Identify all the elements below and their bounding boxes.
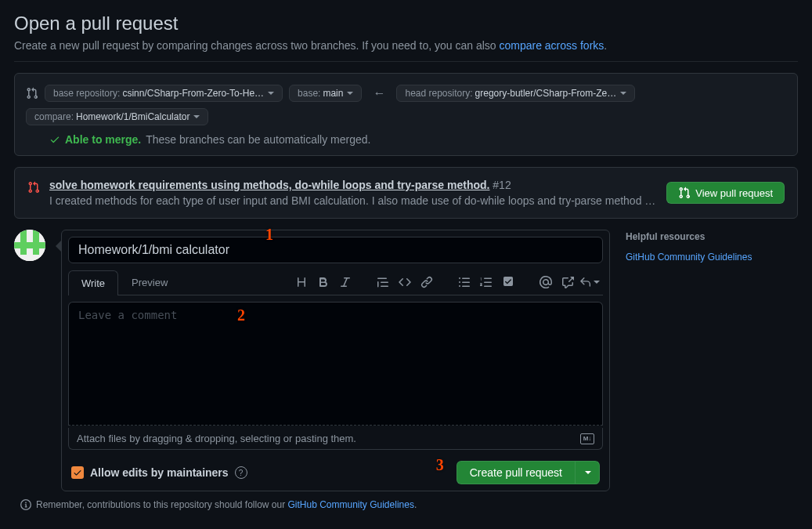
existing-pr-number: #12 [493, 179, 511, 191]
chevron-down-icon [585, 471, 591, 474]
chevron-down-icon [347, 92, 353, 95]
attach-hint[interactable]: Attach files by dragging & dropping, sel… [68, 428, 603, 450]
bold-icon[interactable] [313, 272, 334, 292]
divider [14, 61, 798, 62]
chevron-down-icon [620, 92, 626, 95]
compare-branch-selector[interactable]: compare: Homework/1/BmiCalculator [26, 108, 208, 125]
markdown-icon[interactable]: M↓ [580, 433, 594, 444]
head-repo-selector[interactable]: head repository: gregory-butler/CSharp-F… [396, 85, 635, 102]
check-icon [49, 134, 60, 145]
view-pull-request-button[interactable]: View pull request [666, 182, 785, 204]
existing-pr-description: I created methods for each type of user … [49, 194, 657, 207]
code-icon[interactable] [395, 272, 415, 292]
base-repo-selector[interactable]: base repository: csinn/CSharp-From-Zero-… [45, 85, 283, 102]
annotation-3: 3 [436, 456, 444, 474]
italic-icon[interactable] [335, 272, 355, 292]
avatar[interactable] [14, 230, 45, 261]
tab-write[interactable]: Write [68, 270, 118, 295]
page-title: Open a pull request [14, 13, 798, 34]
existing-pr-banner: solve homework requirements using method… [14, 167, 798, 219]
page-subtitle: Create a new pull request by comparing c… [14, 39, 798, 52]
info-icon [20, 499, 31, 510]
chevron-down-icon [268, 92, 274, 95]
existing-pr-title[interactable]: solve homework requirements using method… [49, 179, 489, 191]
list-unordered-icon[interactable] [454, 272, 475, 292]
allow-edits-checkbox[interactable] [71, 466, 84, 479]
info-icon[interactable]: ? [235, 466, 247, 479]
link-icon[interactable] [417, 272, 437, 292]
chevron-down-icon [193, 115, 200, 118]
community-guidelines-link[interactable]: GitHub Community Guidelines [626, 252, 752, 263]
comment-textarea[interactable] [68, 302, 603, 426]
compare-forks-link[interactable]: compare across forks [499, 39, 604, 52]
pull-request-icon [678, 187, 691, 199]
mention-icon[interactable] [536, 272, 556, 292]
list-ordered-icon[interactable] [476, 272, 496, 292]
compare-panel: base repository: csinn/CSharp-From-Zero-… [14, 73, 798, 156]
base-branch-selector[interactable]: base: main [289, 85, 362, 102]
quote-icon[interactable] [373, 272, 393, 292]
heading-icon[interactable] [291, 272, 312, 292]
create-pull-request-dropdown[interactable] [576, 461, 600, 484]
arrow-left-icon: ← [368, 86, 390, 100]
pull-request-icon [27, 181, 40, 194]
comment-form: 1 Write Preview [61, 230, 610, 491]
git-compare-icon [26, 87, 38, 100]
tab-preview[interactable]: Preview [118, 270, 181, 295]
reply-icon[interactable] [579, 272, 600, 292]
sidebar: Helpful resources GitHub Community Guide… [626, 230, 798, 491]
guidelines-link[interactable]: GitHub Community Guidelines [288, 499, 414, 510]
create-pull-request-button[interactable]: Create pull request [457, 461, 576, 484]
merge-status: Able to merge. These branches can be aut… [26, 133, 786, 146]
pr-title-input[interactable] [68, 237, 603, 263]
sidebar-heading: Helpful resources [626, 231, 798, 242]
allow-edits-label: Allow edits by maintainers [90, 466, 229, 479]
contribution-note: Remember, contributions to this reposito… [14, 499, 798, 510]
cross-reference-icon[interactable] [558, 272, 578, 292]
tasklist-icon[interactable] [498, 272, 518, 292]
